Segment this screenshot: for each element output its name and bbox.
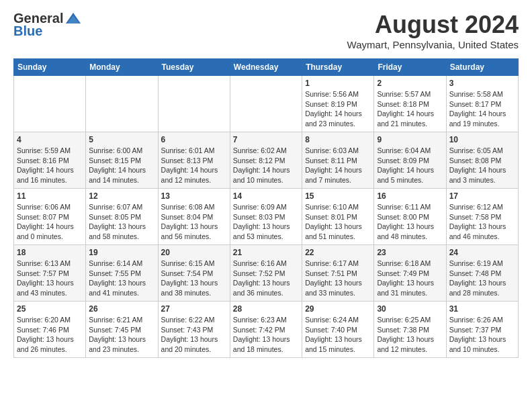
day-number: 28: [233, 304, 299, 314]
day-number: 19: [89, 248, 154, 257]
cell-content: 27Sunrise: 6:22 AM Sunset: 7:43 PM Dayli…: [161, 304, 227, 355]
calendar-cell: 20Sunrise: 6:15 AM Sunset: 7:54 PM Dayli…: [158, 245, 230, 302]
cell-content: 21Sunrise: 6:16 AM Sunset: 7:52 PM Dayli…: [233, 248, 299, 298]
logo: General Blue: [13, 11, 82, 39]
day-number: 18: [17, 248, 83, 257]
cell-content: 15Sunrise: 6:10 AM Sunset: 8:01 PM Dayli…: [305, 191, 371, 242]
cell-content: 4Sunrise: 5:59 AM Sunset: 8:16 PM Daylig…: [17, 135, 83, 185]
day-detail: Sunrise: 6:03 AM Sunset: 8:11 PM Dayligh…: [305, 146, 371, 185]
cell-content: 14Sunrise: 6:09 AM Sunset: 8:03 PM Dayli…: [233, 191, 299, 242]
cell-content: 1Sunrise: 5:56 AM Sunset: 8:19 PM Daylig…: [305, 79, 371, 129]
calendar-cell: 31Sunrise: 6:26 AM Sunset: 7:37 PM Dayli…: [446, 302, 518, 358]
day-detail: Sunrise: 6:10 AM Sunset: 8:01 PM Dayligh…: [305, 202, 371, 242]
calendar-cell: [14, 76, 86, 132]
cell-content: 7Sunrise: 6:02 AM Sunset: 8:12 PM Daylig…: [233, 135, 299, 185]
day-detail: Sunrise: 6:26 AM Sunset: 7:37 PM Dayligh…: [449, 315, 515, 355]
calendar-header-row: SundayMondayTuesdayWednesdayThursdayFrid…: [14, 59, 519, 76]
calendar-cell: 29Sunrise: 6:24 AM Sunset: 7:40 PM Dayli…: [302, 302, 374, 358]
calendar-cell: 2Sunrise: 5:57 AM Sunset: 8:18 PM Daylig…: [374, 76, 446, 132]
day-detail: Sunrise: 6:00 AM Sunset: 8:15 PM Dayligh…: [89, 146, 154, 185]
day-detail: Sunrise: 6:16 AM Sunset: 7:52 PM Dayligh…: [233, 259, 299, 298]
day-number: 9: [377, 135, 443, 144]
cell-content: 8Sunrise: 6:03 AM Sunset: 8:11 PM Daylig…: [305, 135, 371, 185]
day-number: 14: [233, 191, 299, 201]
calendar-cell: 23Sunrise: 6:18 AM Sunset: 7:49 PM Dayli…: [374, 245, 446, 302]
calendar-week-row: 4Sunrise: 5:59 AM Sunset: 8:16 PM Daylig…: [14, 132, 519, 189]
day-detail: Sunrise: 6:24 AM Sunset: 7:40 PM Dayligh…: [305, 315, 371, 355]
day-number: 3: [449, 79, 515, 88]
day-number: 24: [449, 248, 515, 257]
cell-content: 20Sunrise: 6:15 AM Sunset: 7:54 PM Dayli…: [161, 248, 227, 298]
day-detail: Sunrise: 5:58 AM Sunset: 8:17 PM Dayligh…: [449, 89, 515, 129]
cell-content: 3Sunrise: 5:58 AM Sunset: 8:17 PM Daylig…: [449, 79, 515, 129]
calendar-cell: 14Sunrise: 6:09 AM Sunset: 8:03 PM Dayli…: [230, 189, 302, 245]
calendar-week-row: 25Sunrise: 6:20 AM Sunset: 7:46 PM Dayli…: [14, 302, 519, 358]
day-number: 29: [305, 304, 371, 314]
day-number: 10: [449, 135, 515, 144]
calendar-cell: 10Sunrise: 6:05 AM Sunset: 8:08 PM Dayli…: [446, 132, 518, 189]
day-number: 17: [449, 191, 515, 201]
day-detail: Sunrise: 6:02 AM Sunset: 8:12 PM Dayligh…: [233, 146, 299, 185]
calendar-cell: 9Sunrise: 6:04 AM Sunset: 8:09 PM Daylig…: [374, 132, 446, 189]
calendar-cell: 22Sunrise: 6:17 AM Sunset: 7:51 PM Dayli…: [302, 245, 374, 302]
cell-content: 6Sunrise: 6:01 AM Sunset: 8:13 PM Daylig…: [161, 135, 227, 185]
day-detail: Sunrise: 6:11 AM Sunset: 8:00 PM Dayligh…: [377, 202, 443, 242]
month-year-title: August 2024: [347, 11, 519, 39]
calendar-cell: 7Sunrise: 6:02 AM Sunset: 8:12 PM Daylig…: [230, 132, 302, 189]
calendar-cell: 18Sunrise: 6:13 AM Sunset: 7:57 PM Dayli…: [14, 245, 86, 302]
weekday-header-tuesday: Tuesday: [158, 59, 230, 76]
day-number: 21: [233, 248, 299, 257]
calendar-cell: [230, 76, 302, 132]
page-header: General Blue August 2024 Waymart, Pennsy…: [13, 11, 519, 50]
day-detail: Sunrise: 6:01 AM Sunset: 8:13 PM Dayligh…: [161, 146, 227, 185]
day-number: 30: [377, 304, 443, 314]
calendar-cell: 15Sunrise: 6:10 AM Sunset: 8:01 PM Dayli…: [302, 189, 374, 245]
day-number: 6: [161, 135, 227, 144]
calendar-cell: 21Sunrise: 6:16 AM Sunset: 7:52 PM Dayli…: [230, 245, 302, 302]
cell-content: 26Sunrise: 6:21 AM Sunset: 7:45 PM Dayli…: [89, 304, 154, 355]
location-text: Waymart, Pennsylvania, United States: [347, 39, 519, 50]
calendar-cell: 5Sunrise: 6:00 AM Sunset: 8:15 PM Daylig…: [86, 132, 158, 189]
day-number: 12: [89, 191, 154, 201]
day-detail: Sunrise: 5:57 AM Sunset: 8:18 PM Dayligh…: [377, 89, 443, 129]
cell-content: 16Sunrise: 6:11 AM Sunset: 8:00 PM Dayli…: [377, 191, 443, 242]
day-detail: Sunrise: 6:18 AM Sunset: 7:49 PM Dayligh…: [377, 259, 443, 298]
calendar-cell: 26Sunrise: 6:21 AM Sunset: 7:45 PM Dayli…: [86, 302, 158, 358]
weekday-header-thursday: Thursday: [302, 59, 374, 76]
day-number: 22: [305, 248, 371, 257]
day-number: 1: [305, 79, 371, 88]
day-detail: Sunrise: 6:09 AM Sunset: 8:03 PM Dayligh…: [233, 202, 299, 242]
calendar-cell: 17Sunrise: 6:12 AM Sunset: 7:58 PM Dayli…: [446, 189, 518, 245]
day-detail: Sunrise: 6:15 AM Sunset: 7:54 PM Dayligh…: [161, 259, 227, 298]
day-detail: Sunrise: 6:06 AM Sunset: 8:07 PM Dayligh…: [17, 202, 83, 242]
day-detail: Sunrise: 6:22 AM Sunset: 7:43 PM Dayligh…: [161, 315, 227, 355]
calendar-week-row: 18Sunrise: 6:13 AM Sunset: 7:57 PM Dayli…: [14, 245, 519, 302]
cell-content: 2Sunrise: 5:57 AM Sunset: 8:18 PM Daylig…: [377, 79, 443, 129]
calendar-cell: 19Sunrise: 6:14 AM Sunset: 7:55 PM Dayli…: [86, 245, 158, 302]
calendar-week-row: 11Sunrise: 6:06 AM Sunset: 8:07 PM Dayli…: [14, 189, 519, 245]
cell-content: 9Sunrise: 6:04 AM Sunset: 8:09 PM Daylig…: [377, 135, 443, 185]
cell-content: 25Sunrise: 6:20 AM Sunset: 7:46 PM Dayli…: [17, 304, 83, 355]
cell-content: 11Sunrise: 6:06 AM Sunset: 8:07 PM Dayli…: [17, 191, 83, 242]
cell-content: 17Sunrise: 6:12 AM Sunset: 7:58 PM Dayli…: [449, 191, 515, 242]
day-number: 4: [17, 135, 83, 144]
day-detail: Sunrise: 6:19 AM Sunset: 7:48 PM Dayligh…: [449, 259, 515, 298]
day-detail: Sunrise: 6:08 AM Sunset: 8:04 PM Dayligh…: [161, 202, 227, 242]
calendar-cell: 1Sunrise: 5:56 AM Sunset: 8:19 PM Daylig…: [302, 76, 374, 132]
day-number: 26: [89, 304, 154, 314]
calendar-cell: 30Sunrise: 6:25 AM Sunset: 7:38 PM Dayli…: [374, 302, 446, 358]
day-number: 15: [305, 191, 371, 201]
day-detail: Sunrise: 5:56 AM Sunset: 8:19 PM Dayligh…: [305, 89, 371, 129]
calendar-cell: 4Sunrise: 5:59 AM Sunset: 8:16 PM Daylig…: [14, 132, 86, 189]
weekday-header-wednesday: Wednesday: [230, 59, 302, 76]
calendar-cell: 3Sunrise: 5:58 AM Sunset: 8:17 PM Daylig…: [446, 76, 518, 132]
calendar-cell: 24Sunrise: 6:19 AM Sunset: 7:48 PM Dayli…: [446, 245, 518, 302]
day-number: 11: [17, 191, 83, 201]
day-detail: Sunrise: 6:20 AM Sunset: 7:46 PM Dayligh…: [17, 315, 83, 355]
day-detail: Sunrise: 6:12 AM Sunset: 7:58 PM Dayligh…: [449, 202, 515, 242]
day-detail: Sunrise: 6:25 AM Sunset: 7:38 PM Dayligh…: [377, 315, 443, 355]
day-number: 31: [449, 304, 515, 314]
cell-content: 28Sunrise: 6:23 AM Sunset: 7:42 PM Dayli…: [233, 304, 299, 355]
calendar-week-row: 1Sunrise: 5:56 AM Sunset: 8:19 PM Daylig…: [14, 76, 519, 132]
day-detail: Sunrise: 5:59 AM Sunset: 8:16 PM Dayligh…: [17, 146, 83, 185]
